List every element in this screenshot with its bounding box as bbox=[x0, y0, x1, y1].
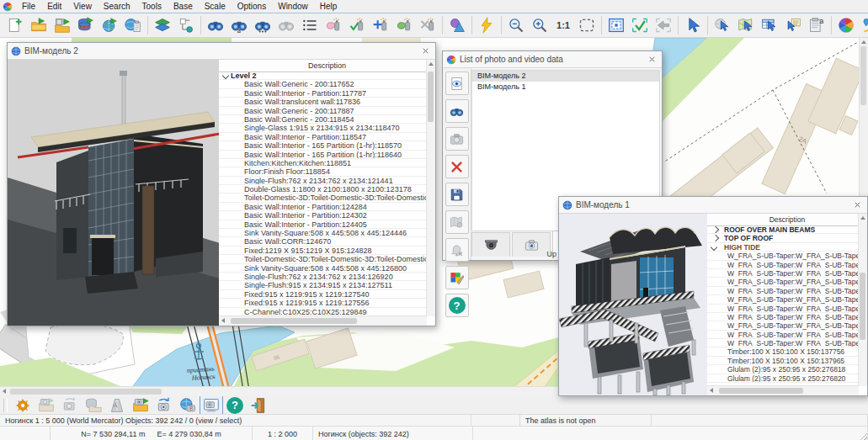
bim2-3d-viewport[interactable] bbox=[8, 60, 221, 326]
tree-item[interactable]: Fixed:1219 X 915:1219 X 915:124828 bbox=[219, 247, 427, 255]
bim2-title-bar[interactable]: BIM-модель 2 bbox=[8, 43, 435, 60]
delete-data-button[interactable] bbox=[445, 155, 469, 178]
zoom-in-button[interactable] bbox=[528, 13, 551, 37]
select-on-map-button[interactable] bbox=[734, 13, 758, 37]
menu-item[interactable]: Options bbox=[232, 1, 272, 13]
open-web-catalog-button[interactable] bbox=[121, 13, 145, 37]
open-database-button[interactable]: DBM bbox=[74, 13, 98, 37]
view-data-button[interactable] bbox=[445, 72, 469, 95]
tree-item[interactable]: Sink Vanity-Square:508 x 445:508 x 445:1… bbox=[219, 229, 427, 237]
tree-group-collapsed[interactable]: TOP OF ROOF bbox=[707, 234, 859, 242]
zoom-frame-button[interactable] bbox=[575, 13, 599, 37]
tree-item[interactable]: W_FRA_S-UB-Taper:W_FRA_S-UB-Taper: bbox=[707, 278, 859, 286]
previous-view-button[interactable] bbox=[652, 13, 675, 37]
layer-control-button[interactable] bbox=[174, 13, 198, 37]
tree-item[interactable]: Basic Wall:Interior - Partition:124405 bbox=[219, 220, 427, 229]
pointer-button[interactable] bbox=[681, 13, 705, 37]
open-web-map-button[interactable] bbox=[98, 13, 121, 37]
menu-item[interactable]: Base bbox=[168, 1, 199, 13]
bim1-tree-hscrollbar[interactable] bbox=[707, 385, 859, 395]
tree-item[interactable]: Glulam (2):95 x 250:95 x 250:276820 bbox=[707, 374, 859, 383]
attributes-button[interactable]: a bbox=[805, 13, 828, 37]
layers-button[interactable] bbox=[151, 13, 174, 37]
select-add-button[interactable] bbox=[369, 13, 392, 37]
tree-item[interactable]: W_FRA_S-UB-Taper:W_FRA_S-UB-Taper: bbox=[707, 261, 859, 269]
tree-item[interactable]: Kitchen:Kitchen:Kitchen:118851 bbox=[219, 159, 427, 167]
tree-group[interactable]: Level 2 bbox=[219, 72, 427, 80]
tree-item[interactable]: W_FRA_S-UB-Taper:W_FRA_S-UB-Taper: bbox=[707, 305, 859, 313]
tree-item[interactable]: Basic Wall:Generic - 200:117887 bbox=[219, 107, 427, 115]
tree-item[interactable]: Fixed:915 x 1219:915 x 1219:127540 bbox=[219, 290, 427, 299]
search-disabled-button[interactable] bbox=[274, 13, 298, 37]
new-document-button[interactable] bbox=[3, 13, 27, 37]
tree-item[interactable]: W_FRA_S-UB-Taper:W_FRA_S-UB-Taper: bbox=[707, 339, 859, 347]
list-item-selected[interactable]: BIM-модель 2 bbox=[472, 71, 659, 82]
select-confirm-button[interactable] bbox=[345, 13, 369, 37]
tree-item[interactable]: W_FRA_S-UB-Taper:W_FRA_S-UB-Taper: bbox=[707, 321, 859, 330]
tree-item[interactable]: Timber:100 X 150:100 X 150:137756 bbox=[707, 347, 859, 356]
tree-group-collapsed[interactable]: ROOF OVER MAIN BEAMS bbox=[707, 225, 859, 234]
tree-item[interactable]: Double-Glass 1:1800 x 2100:1800 x 2100:1… bbox=[219, 185, 427, 193]
bim1-3d-viewport[interactable] bbox=[559, 214, 708, 395]
menu-item[interactable]: Search bbox=[98, 1, 136, 13]
color-settings-button[interactable] bbox=[834, 13, 858, 37]
tree-item[interactable]: Toilet-Domestic-3D:Toilet-Domestic-3D:To… bbox=[219, 193, 427, 202]
open-workspace-button[interactable] bbox=[51, 13, 74, 37]
menu-item[interactable]: Window bbox=[272, 1, 314, 13]
search-attribute-button[interactable]: a bbox=[227, 13, 251, 37]
search-button[interactable] bbox=[204, 13, 227, 37]
menu-item[interactable]: Edit bbox=[41, 1, 67, 13]
menu-item[interactable]: Help bbox=[314, 1, 343, 13]
tree-item[interactable]: Basic Wall:CORR:124670 bbox=[219, 237, 427, 246]
alarm-disabled-button[interactable] bbox=[445, 238, 469, 262]
bim2-tree-hscrollbar[interactable] bbox=[219, 315, 427, 326]
tree-item[interactable]: Floor:Finish Floor:118854 bbox=[219, 167, 427, 176]
search-data-button[interactable] bbox=[445, 99, 469, 123]
bim2-tree-vscrollbar[interactable] bbox=[426, 60, 435, 316]
list-item[interactable]: BIM-модель 1 bbox=[472, 82, 659, 93]
save-data-button[interactable] bbox=[445, 183, 469, 206]
tree-item[interactable]: Basic Wall:Generic - 200:118454 bbox=[219, 115, 427, 124]
object-info-button[interactable] bbox=[781, 13, 805, 37]
bim1-tree-vscrollbar[interactable] bbox=[858, 214, 867, 386]
tree-item[interactable]: W_FRA_S-UB-Taper:W_FRA_S-UB-Taper: bbox=[707, 269, 859, 278]
tree-item[interactable]: Basic Wall:Generic - 200:117652 bbox=[219, 80, 427, 88]
menu-item[interactable]: View bbox=[67, 1, 98, 13]
cctv-tab[interactable] bbox=[471, 232, 510, 257]
bim2-close-button[interactable] bbox=[418, 45, 432, 58]
tree-item[interactable]: Basic Wall:Interior - Partition:117787 bbox=[219, 89, 427, 98]
tree-item[interactable]: Toilet-Domestic-3D:Toilet-Domestic-3D:To… bbox=[219, 255, 427, 263]
tree-item[interactable]: Single-Glass 1:915 x 2134:915 x 2134:118… bbox=[219, 124, 427, 132]
bim1-close-button[interactable] bbox=[850, 199, 864, 212]
help-list-button[interactable]: ? bbox=[445, 294, 469, 317]
tree-item[interactable]: Basic Wall:translucent wall:117836 bbox=[219, 98, 427, 106]
tree-item[interactable]: Glulam (2):95 x 250:95 x 250:276818 bbox=[707, 365, 859, 374]
tree-item[interactable]: W_FRA_S-UB-Taper:W_FRA_S-UB-Taper: bbox=[707, 313, 859, 321]
select-area-button[interactable] bbox=[322, 13, 345, 37]
camera-disabled-button[interactable] bbox=[445, 127, 469, 151]
tree-item[interactable]: W_FRA_S-UB-Taper:W_FRA_S-UB-Taper: bbox=[707, 331, 859, 339]
tree-item[interactable]: Basic Wall:Interior - 165 Partition (1-h… bbox=[219, 151, 427, 159]
menu-item[interactable]: File bbox=[16, 1, 41, 13]
measure-route-button[interactable] bbox=[858, 13, 868, 37]
search-results-list-button[interactable] bbox=[298, 13, 322, 37]
tree-group-expanded[interactable]: HIGH TIDE bbox=[707, 243, 859, 252]
update-button-label[interactable]: Up bbox=[546, 250, 556, 258]
bim1-title-bar[interactable]: BIM-модель 1 bbox=[559, 197, 867, 214]
tree-item[interactable]: Basic Wall:Interior - Partition:124284 bbox=[219, 203, 427, 211]
photo-list-title-bar[interactable]: List of photo and video data bbox=[443, 51, 662, 68]
menu-item[interactable]: Tools bbox=[136, 1, 168, 13]
tree-item[interactable]: Single-Flush:915 x 2134:915 x 2134:12751… bbox=[219, 281, 427, 289]
tree-item[interactable]: Single-Flush:762 x 2134:762 x 2134:12144… bbox=[219, 177, 427, 185]
map-link-disabled-button[interactable] bbox=[445, 210, 469, 234]
select-remove-button[interactable] bbox=[416, 13, 439, 37]
view-3d-button[interactable] bbox=[445, 13, 469, 37]
tree-item[interactable]: Sink Vanity-Square:508 x 445:508 x 445:1… bbox=[219, 264, 427, 273]
style-edit-button[interactable] bbox=[445, 266, 469, 289]
photo-tab[interactable] bbox=[512, 232, 551, 257]
tree-item[interactable]: Basic Wall:Interior - Partition:124302 bbox=[219, 211, 427, 220]
quick-run-button[interactable] bbox=[475, 13, 498, 37]
photo-list-close-button[interactable] bbox=[645, 53, 658, 66]
menu-item[interactable]: Scale bbox=[199, 1, 232, 13]
tree-item[interactable]: Basic Wall:Interior - 165 Partition (1-h… bbox=[219, 141, 427, 150]
